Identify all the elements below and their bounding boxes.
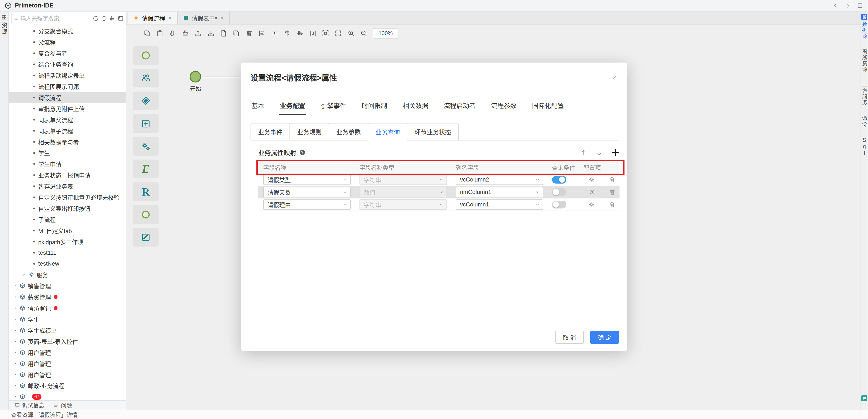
close-icon[interactable] (612, 74, 618, 80)
palette-item[interactable] (133, 46, 159, 65)
tree-item[interactable]: 学生申请 (9, 158, 126, 170)
tree-item[interactable]: 学生 (9, 147, 126, 158)
window-icon[interactable] (857, 2, 863, 9)
tree-item[interactable]: 流程图展示问题 (9, 81, 126, 92)
collapse-icon[interactable] (118, 16, 124, 22)
tree-item[interactable]: M_自定义tab (9, 225, 126, 236)
help-icon[interactable]: ? (299, 149, 305, 155)
palette-item[interactable]: E (133, 159, 159, 178)
zoom-level-select[interactable]: 100% (373, 28, 398, 38)
tree-item[interactable]: 分支聚合模式 (9, 26, 126, 37)
tree-item[interactable]: 相关数据参与者 (9, 137, 126, 148)
tree-item[interactable]: 学生成绩单 (9, 325, 126, 336)
column-name-select[interactable]: vcColumn1 (456, 200, 543, 210)
tree-item[interactable]: 页面-表单-录入控件 (9, 336, 126, 347)
query-condition-toggle[interactable] (552, 176, 566, 184)
copy-icon[interactable] (144, 30, 151, 37)
table-row[interactable]: 请假类型字符串vcColumn2 (258, 174, 620, 186)
hand-icon[interactable] (169, 30, 176, 37)
editor-tab[interactable]: 请假流程 (128, 11, 178, 25)
tree-item[interactable]: 学生 (9, 313, 126, 325)
dialog-subtab[interactable]: 业务参数 (329, 123, 368, 140)
zoom-out-icon[interactable] (360, 30, 367, 37)
palette-item[interactable]: R (133, 182, 159, 201)
tree-item[interactable]: 父流程 (9, 36, 126, 48)
dialog-tab[interactable]: 相关数据 (402, 97, 429, 115)
gear-icon[interactable] (588, 176, 595, 183)
tree-item[interactable]: 薪资管理 (9, 292, 126, 302)
tree-item[interactable]: 自定义导出打印按钮 (9, 203, 126, 214)
query-condition-toggle[interactable] (552, 201, 566, 208)
palette-item[interactable] (133, 69, 159, 87)
dialog-tab[interactable]: 业务配置 (279, 97, 306, 115)
align-top-icon[interactable] (271, 30, 278, 37)
trash-icon[interactable] (609, 201, 615, 208)
dialog-subtab[interactable]: 业务事件 (250, 123, 290, 140)
chevron-left-icon[interactable] (832, 2, 839, 9)
dialog-subtab[interactable]: 业务规则 (289, 123, 329, 140)
seal-icon[interactable] (182, 30, 189, 37)
duplicate-icon[interactable] (232, 30, 240, 37)
ok-button[interactable]: 确 定 (590, 331, 619, 343)
field-name-select[interactable]: 请假天数 (263, 187, 351, 198)
dialog-subtab[interactable]: 业务查询 (368, 123, 407, 141)
trash-icon[interactable] (609, 189, 615, 195)
tree-item[interactable]: 请假流程 (9, 92, 126, 103)
fit-screen-icon[interactable] (322, 30, 329, 37)
panel-tab-offline-resource[interactable]: 离线资源 (861, 49, 868, 72)
tree-item[interactable]: 流程活动绑定表单 (9, 70, 126, 81)
tree-item[interactable]: 同表单父流程 (9, 114, 126, 125)
message-icon[interactable] (861, 395, 867, 401)
tree-item[interactable]: 业务状态—报销申请 (9, 170, 126, 181)
refresh-icon[interactable] (101, 16, 107, 22)
tree-item[interactable]: 用户管理 (9, 347, 126, 358)
gear-icon[interactable] (588, 201, 595, 208)
zoom-in-icon[interactable] (347, 30, 355, 37)
search-box[interactable] (11, 14, 90, 23)
paste-icon[interactable] (156, 30, 163, 37)
plus-icon[interactable] (611, 148, 620, 157)
fullscreen-icon[interactable] (335, 30, 342, 37)
debug-info-tab[interactable]: 调试信息 (14, 401, 44, 409)
tree-item[interactable]: test111 (9, 247, 126, 258)
tree-item[interactable]: 销售管理 (9, 280, 126, 292)
tree-item[interactable]: 用户管理 (9, 358, 126, 369)
tree-item[interactable]: 服务 (9, 269, 126, 280)
dialog-tab[interactable]: 国际化配置 (531, 97, 564, 115)
dialog-tab[interactable]: 流程启动者 (443, 97, 476, 115)
palette-item[interactable] (133, 205, 159, 224)
align-left-icon[interactable] (258, 30, 266, 37)
export-icon[interactable] (194, 30, 202, 37)
delete-icon[interactable] (246, 30, 253, 37)
panel-tab-command[interactable]: 命令 (861, 116, 868, 127)
tree-item[interactable]: 自定义按钮审批意见必填未校验 (9, 192, 126, 203)
close-icon[interactable] (168, 16, 173, 21)
field-name-select[interactable]: 请假类型 (263, 175, 351, 185)
search-input[interactable] (21, 16, 88, 22)
dialog-tab[interactable]: 引擎事件 (320, 97, 347, 115)
cancel-button[interactable]: 取 消 (555, 331, 584, 343)
close-icon[interactable] (220, 16, 224, 21)
chevron-right-icon[interactable] (844, 2, 851, 9)
import-icon[interactable] (207, 30, 215, 37)
tree-item[interactable]: 67 (9, 391, 126, 400)
trash-icon[interactable] (609, 176, 615, 183)
column-name-select[interactable]: nmColumn1 (456, 187, 543, 198)
sync-icon[interactable] (93, 16, 99, 22)
query-condition-toggle[interactable] (552, 188, 566, 196)
palette-item[interactable] (133, 228, 159, 246)
tree-item[interactable]: 用户管理 (9, 369, 126, 380)
tree-item[interactable]: 同表单子流程 (9, 125, 126, 137)
tree-item[interactable]: 子流程 (9, 214, 126, 225)
settings-icon[interactable] (109, 16, 115, 22)
arrow-up-icon[interactable] (580, 149, 587, 156)
editor-tab[interactable]: 请假表单* (178, 11, 230, 25)
tree-item[interactable]: 复合参与者 (9, 48, 126, 59)
align-horizontal-icon[interactable] (284, 30, 291, 37)
align-vertical-icon[interactable] (297, 30, 304, 37)
palette-item[interactable] (133, 92, 159, 110)
tree-item[interactable]: 邮政-业务流程 (9, 380, 126, 391)
tree-item[interactable]: 暂存进业务表 (9, 181, 126, 192)
panel-tab-datasource[interactable]: 数据源 (861, 14, 868, 39)
distribute-icon[interactable] (309, 30, 316, 37)
